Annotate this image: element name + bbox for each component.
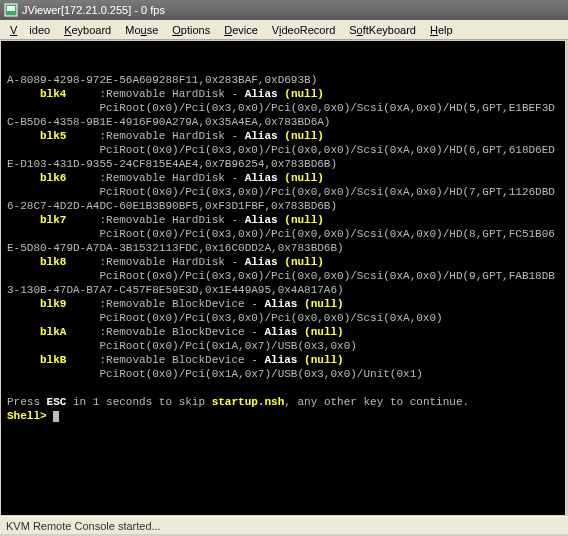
- menu-video[interactable]: Video: [4, 23, 56, 37]
- menu-softkeyboard[interactable]: SoftKeyboard: [343, 23, 422, 37]
- menu-device[interactable]: Device: [218, 23, 264, 37]
- menu-keyboard[interactable]: Keyboard: [58, 23, 117, 37]
- app-icon: [4, 3, 18, 17]
- svg-rect-1: [7, 6, 15, 11]
- window-title: JViewer[172.21.0.255] - 0 fps: [22, 4, 165, 16]
- status-text: KVM Remote Console started...: [6, 520, 161, 532]
- menu-options[interactable]: Options: [166, 23, 216, 37]
- menu-mouse[interactable]: Mouse: [119, 23, 164, 37]
- menu-help[interactable]: Help: [424, 23, 459, 37]
- status-bar: KVM Remote Console started...: [0, 516, 568, 534]
- menu-videorecord[interactable]: VideoRecord: [266, 23, 341, 37]
- console-output[interactable]: A-8089-4298-972E-56A609288F11,0x283BAF,0…: [1, 41, 565, 515]
- title-bar: JViewer[172.21.0.255] - 0 fps: [0, 0, 568, 20]
- menu-bar: Video Keyboard Mouse Options Device Vide…: [0, 20, 568, 40]
